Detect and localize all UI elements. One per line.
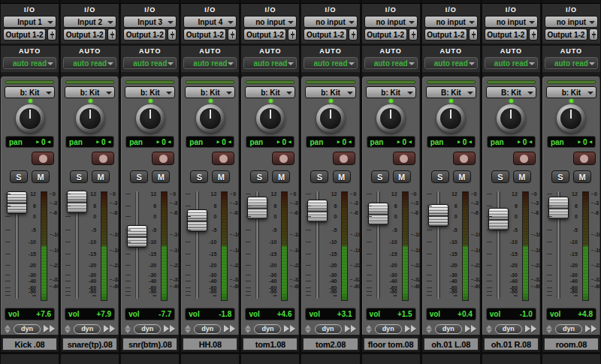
track-name[interactable]: snare(tp).08 [62, 338, 117, 350]
pan-knob[interactable] [436, 104, 465, 133]
output-selector[interactable]: Output 1-2 [123, 29, 166, 41]
automation-safe-icon[interactable] [44, 325, 55, 332]
volume-display[interactable]: vol +7.6 [5, 308, 55, 320]
group-selector[interactable]: b: Kit [245, 86, 295, 98]
record-arm-button[interactable] [333, 152, 355, 165]
dyn-button[interactable]: dyn [555, 324, 582, 334]
track-name[interactable]: HH.08 [183, 338, 237, 350]
solo-button[interactable]: S [10, 170, 28, 183]
dyn-button[interactable]: dyn [194, 324, 221, 334]
fader-track[interactable] [195, 191, 199, 299]
output-selector[interactable]: Output 1-2 [545, 29, 587, 41]
output-window-button[interactable] [469, 29, 478, 41]
record-arm-button[interactable] [453, 152, 476, 165]
output-selector[interactable]: Output 1-2 [424, 29, 467, 41]
output-selector[interactable]: Output 1-2 [3, 29, 46, 41]
mute-button[interactable]: M [272, 170, 290, 183]
pan-display[interactable]: pan ▸ 0 ◂ [547, 136, 596, 148]
input-selector[interactable]: no input [364, 16, 418, 28]
track-name[interactable]: floor tom.08 [364, 338, 418, 350]
solo-button[interactable]: S [310, 170, 328, 183]
pan-display[interactable]: pan ▸ 0 ◂ [306, 136, 355, 148]
track-name[interactable]: Kick .08 [2, 338, 57, 350]
output-window-button[interactable] [589, 29, 598, 41]
automation-safe-icon[interactable] [345, 325, 356, 332]
group-selector[interactable]: b: Kit [5, 86, 55, 98]
input-selector[interactable]: no input [243, 16, 297, 28]
solo-button[interactable]: S [551, 170, 569, 183]
solo-button[interactable]: S [130, 170, 148, 183]
nudge-arrows-icon[interactable] [245, 325, 251, 333]
automation-mode-selector[interactable]: auto read [3, 57, 56, 69]
record-arm-button[interactable] [212, 152, 234, 165]
pan-knob[interactable] [376, 104, 405, 133]
track-name[interactable]: oh.01 R.08 [484, 338, 539, 350]
record-arm-button[interactable] [573, 152, 596, 165]
volume-display[interactable]: vol +3.1 [305, 308, 355, 320]
automation-mode-selector[interactable]: auto read [424, 57, 478, 69]
output-window-button[interactable] [349, 29, 358, 41]
mute-button[interactable]: M [393, 170, 411, 183]
input-selector[interactable]: no input [424, 16, 478, 28]
output-window-button[interactable] [409, 29, 418, 41]
mute-button[interactable]: M [152, 170, 170, 183]
record-arm-button[interactable] [32, 152, 54, 165]
automation-mode-selector[interactable]: auto read [304, 57, 357, 69]
pan-display[interactable]: pan ▸ 0 ◂ [65, 136, 114, 148]
automation-mode-selector[interactable]: auto read [243, 57, 297, 69]
dyn-button[interactable]: dyn [14, 324, 41, 334]
mute-button[interactable]: M [212, 170, 230, 183]
mute-button[interactable]: M [333, 170, 351, 183]
group-selector[interactable]: b: Kit [185, 86, 235, 98]
pan-knob[interactable] [76, 104, 104, 133]
solo-button[interactable]: S [190, 170, 208, 183]
volume-display[interactable]: vol -1.8 [185, 308, 235, 320]
output-window-button[interactable] [228, 29, 237, 41]
group-selector[interactable]: B: Kit [486, 86, 536, 98]
output-selector[interactable]: Output 1-2 [304, 29, 346, 41]
dyn-button[interactable]: dyn [435, 324, 462, 334]
track-name[interactable]: tom2.08 [303, 338, 358, 350]
output-window-button[interactable] [529, 29, 538, 41]
mute-button[interactable]: M [92, 170, 110, 183]
pan-display[interactable]: pan ▸ 0 ◂ [5, 136, 54, 148]
pan-knob[interactable] [136, 104, 165, 133]
output-window-button[interactable] [47, 29, 56, 41]
automation-safe-icon[interactable] [284, 325, 295, 332]
output-window-button[interactable] [107, 29, 116, 41]
output-window-button[interactable] [288, 29, 297, 41]
output-selector[interactable]: Output 1-2 [243, 29, 286, 41]
dyn-button[interactable]: dyn [254, 324, 281, 334]
pan-display[interactable]: pan ▸ 0 ◂ [246, 136, 294, 148]
record-arm-button[interactable] [513, 152, 536, 165]
nudge-arrows-icon[interactable] [65, 325, 71, 333]
track-name[interactable]: oh.01 L.08 [424, 338, 479, 350]
output-selector[interactable]: Output 1-2 [63, 29, 106, 41]
record-arm-button[interactable] [152, 152, 174, 165]
mute-button[interactable]: M [453, 170, 471, 183]
output-selector[interactable]: Output 1-2 [364, 29, 407, 41]
nudge-arrows-icon[interactable] [486, 325, 492, 333]
pan-display[interactable]: pan ▸ 0 ◂ [487, 136, 536, 148]
solo-button[interactable]: S [371, 170, 389, 183]
nudge-arrows-icon[interactable] [5, 325, 11, 333]
dyn-button[interactable]: dyn [315, 324, 342, 334]
automation-mode-selector[interactable]: auto read [364, 57, 418, 69]
automation-mode-selector[interactable]: auto read [63, 57, 116, 69]
pan-knob[interactable] [16, 104, 44, 133]
solo-button[interactable]: S [431, 170, 449, 183]
output-window-button[interactable] [168, 29, 177, 41]
mute-button[interactable]: M [513, 170, 531, 183]
volume-display[interactable]: vol +4.6 [245, 308, 295, 320]
dyn-button[interactable]: dyn [134, 324, 161, 334]
record-arm-button[interactable] [393, 152, 415, 165]
input-selector[interactable]: Input 4 [183, 16, 237, 28]
pan-knob[interactable] [497, 104, 525, 133]
volume-display[interactable]: vol -1.0 [486, 308, 536, 320]
automation-safe-icon[interactable] [585, 325, 596, 332]
automation-mode-selector[interactable]: auto read [123, 57, 177, 69]
nudge-arrows-icon[interactable] [426, 325, 432, 333]
group-selector[interactable]: b: Kit [546, 86, 596, 98]
automation-mode-selector[interactable]: auto read [545, 57, 598, 69]
group-selector[interactable]: B: Kit [426, 86, 476, 98]
